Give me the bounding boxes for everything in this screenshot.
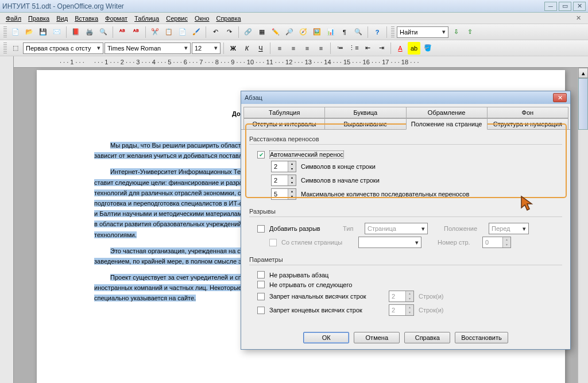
preview-icon[interactable]: 🔍 — [97, 26, 110, 38]
underline-icon[interactable]: Ч — [254, 42, 267, 55]
brush-icon[interactable]: 🖌️ — [190, 26, 203, 38]
max-hyphen-input[interactable] — [272, 191, 285, 198]
font-color-icon[interactable]: A — [394, 42, 407, 55]
orphan-checkbox[interactable] — [257, 293, 265, 300]
open-icon[interactable]: 📂 — [23, 26, 36, 38]
gallery-icon[interactable]: 🖼️ — [311, 26, 323, 38]
spin-up-icon[interactable]: ▴ — [288, 175, 296, 180]
menu-format[interactable]: Формат — [102, 14, 131, 23]
close-doc-icon[interactable]: ✕ — [571, 13, 586, 23]
spin-down-icon[interactable]: ▾ — [288, 180, 296, 185]
tab-align[interactable]: Выравнивание — [324, 118, 406, 130]
new-icon[interactable]: 📄 — [9, 26, 22, 38]
highlight-icon[interactable]: ab — [408, 42, 420, 55]
paste-icon[interactable]: 📄 — [176, 26, 189, 38]
cut-icon[interactable]: ✂️ — [149, 26, 161, 38]
widow-checkbox[interactable] — [257, 307, 265, 314]
menu-window[interactable]: Окно — [191, 14, 213, 23]
max-hyphen-spinner[interactable]: ▴▾ — [271, 188, 296, 200]
tab-textflow[interactable]: Положение на странице — [406, 118, 488, 130]
auto-hyphen-checkbox[interactable]: ✔ — [257, 151, 265, 158]
scrollbar-v[interactable]: ▴ — [578, 68, 588, 383]
menu-file[interactable]: Файл — [2, 14, 25, 23]
data-icon[interactable]: 📊 — [324, 26, 337, 38]
find-icon[interactable]: 🔎 — [283, 26, 296, 38]
dialog-close-icon[interactable]: ✕ — [553, 93, 567, 102]
spin-down-icon[interactable]: ▾ — [288, 194, 296, 199]
chars-end-spinner[interactable]: ▴▾ — [271, 161, 296, 172]
horizontal-ruler[interactable]: · · · 1 · · · · · · 1 · · · 2 · · · 3 · … — [14, 56, 588, 68]
pdf-icon[interactable]: 📕 — [69, 26, 82, 38]
add-break-checkbox[interactable] — [257, 225, 265, 233]
align-center-icon[interactable]: ≡ — [287, 42, 300, 55]
list-num-icon[interactable]: ≔ — [334, 42, 346, 55]
chars-start-input[interactable] — [272, 177, 285, 184]
tab-border[interactable]: Обрамление — [406, 107, 488, 118]
ok-button[interactable]: ОК — [303, 332, 349, 343]
chars-end-input[interactable] — [272, 163, 285, 170]
styles-icon[interactable]: ⬚ — [9, 42, 22, 55]
help-icon[interactable]: ? — [371, 26, 384, 38]
indent-dec-icon[interactable]: ⇤ — [361, 42, 374, 55]
bg-color-icon[interactable]: 🪣 — [421, 42, 434, 55]
save-icon[interactable]: 💾 — [37, 26, 49, 38]
chars-start-spinner[interactable]: ▴▾ — [271, 175, 296, 186]
menu-edit[interactable]: Правка — [25, 14, 53, 23]
tab-outline[interactable]: Структура и нумерация — [487, 118, 568, 130]
tab-indents[interactable]: Отступы и интервалы — [243, 118, 325, 130]
print-icon[interactable]: 🖨️ — [83, 26, 96, 38]
spin-up-icon[interactable]: ▴ — [288, 161, 296, 167]
grip2-icon[interactable] — [391, 26, 394, 38]
menu-view[interactable]: Вид — [53, 14, 71, 23]
table-icon[interactable]: ▦ — [256, 26, 268, 38]
navigator-icon[interactable]: 🧭 — [297, 26, 310, 38]
spin-down-icon[interactable]: ▾ — [288, 167, 296, 172]
font-name-combo[interactable]: Times New Roman ▾ — [105, 42, 191, 54]
tab-background[interactable]: Фон — [487, 107, 568, 118]
redo-icon[interactable]: ↷ — [223, 26, 235, 38]
mail-icon[interactable]: ✉️ — [51, 26, 63, 38]
cancel-button[interactable]: Отмена — [354, 332, 400, 343]
vertical-ruler[interactable] — [0, 56, 14, 383]
close-button[interactable]: ✕ — [573, 2, 586, 11]
tab-dropcap[interactable]: Буквица — [324, 107, 406, 118]
menu-insert[interactable]: Вставка — [71, 14, 102, 23]
font-size-combo[interactable]: 12 ▾ — [192, 42, 220, 54]
list-bullet-icon[interactable]: ⋮≡ — [347, 42, 360, 55]
scroll-up-icon[interactable]: ▴ — [578, 68, 588, 78]
align-right-icon[interactable]: ≡ — [301, 42, 314, 55]
link-icon[interactable]: 🔗 — [242, 26, 254, 38]
find-prev-icon[interactable]: ⇧ — [463, 26, 476, 38]
menu-help[interactable]: Справка — [212, 14, 244, 23]
find-next-icon[interactable]: ⇩ — [450, 26, 462, 38]
justify-icon[interactable]: ≡ — [315, 42, 327, 55]
search-combo[interactable]: Найти ▾ — [397, 26, 448, 38]
grip-icon[interactable] — [3, 26, 7, 38]
italic-icon[interactable]: К — [241, 42, 253, 55]
copy-icon[interactable]: 📋 — [163, 26, 175, 38]
zoom-icon[interactable]: 🔍 — [352, 26, 365, 38]
keep-together-checkbox[interactable] — [257, 271, 265, 278]
bold-icon[interactable]: Ж — [227, 42, 239, 55]
spellcheck-icon[interactable]: ᴬᴮ — [116, 26, 129, 38]
menu-tools[interactable]: Сервис — [163, 14, 191, 23]
spin-up-icon[interactable]: ▴ — [288, 189, 296, 194]
tab-tabulation[interactable]: Табуляция — [243, 107, 325, 118]
maximize-button[interactable]: ▭ — [559, 2, 571, 11]
keep-next-checkbox[interactable] — [257, 281, 265, 288]
scroll-thumb[interactable] — [578, 78, 588, 130]
align-left-icon[interactable]: ≡ — [273, 42, 286, 55]
autospell-icon[interactable]: ᴬᴮ — [130, 26, 142, 38]
para-style-combo[interactable]: Первая строка с отсту ▾ — [23, 42, 103, 54]
menu-table[interactable]: Таблица — [131, 14, 163, 23]
help-button[interactable]: Справка — [404, 332, 450, 343]
dialog-titlebar[interactable]: Абзац ✕ — [241, 91, 570, 104]
reset-button[interactable]: Восстановить — [455, 332, 508, 343]
nonprint-icon[interactable]: ¶ — [338, 26, 351, 38]
grip3-icon[interactable] — [3, 42, 7, 54]
minimize-button[interactable]: ─ — [544, 2, 557, 11]
pagestyle-checkbox — [269, 239, 277, 246]
undo-icon[interactable]: ↶ — [209, 26, 222, 38]
indent-inc-icon[interactable]: ⇥ — [375, 42, 388, 55]
draw-icon[interactable]: ✏️ — [269, 26, 282, 38]
